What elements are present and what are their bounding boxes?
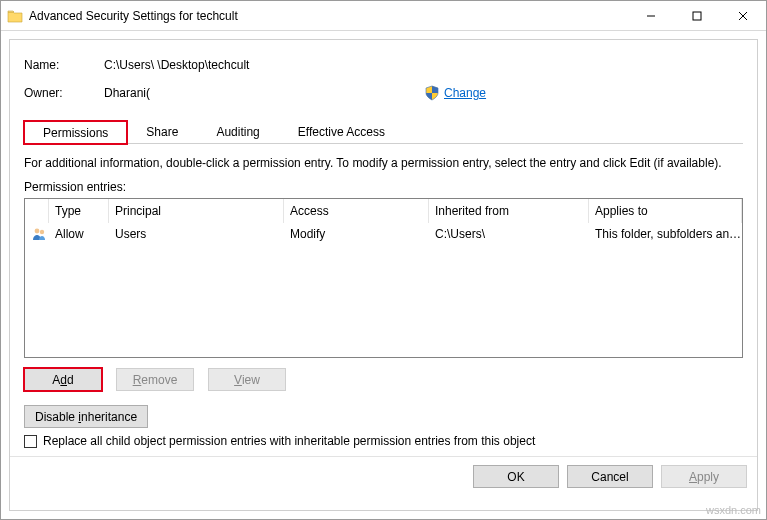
col-principal[interactable]: Principal — [109, 199, 284, 223]
owner-label: Owner: — [24, 86, 104, 100]
table-header: Type Principal Access Inherited from App… — [25, 199, 742, 223]
tab-share-label: Share — [146, 125, 178, 139]
replace-checkbox-label: Replace all child object permission entr… — [43, 434, 535, 448]
cell-applies: This folder, subfolders and files — [589, 227, 742, 241]
replace-checkbox-row[interactable]: Replace all child object permission entr… — [24, 434, 743, 448]
cell-principal: Users — [109, 227, 284, 241]
entries-label: Permission entries: — [24, 180, 743, 194]
col-access[interactable]: Access — [284, 199, 429, 223]
cell-inherited: C:\Users\ — [429, 227, 589, 241]
svg-point-5 — [40, 230, 44, 234]
disable-inheritance-button[interactable]: Disable inheritance — [24, 405, 148, 428]
col-inherited[interactable]: Inherited from — [429, 199, 589, 223]
remove-button[interactable]: Remove — [116, 368, 194, 391]
cancel-button-label: Cancel — [591, 470, 628, 484]
view-button[interactable]: View — [208, 368, 286, 391]
inheritance-row: Disable inheritance — [24, 405, 743, 428]
add-button[interactable]: Add — [24, 368, 102, 391]
cell-access: Modify — [284, 227, 429, 241]
tab-effective-label: Effective Access — [298, 125, 385, 139]
folder-icon — [7, 8, 23, 24]
disable-inheritance-label: Disable inheritance — [35, 410, 137, 424]
apply-button-label: Apply — [689, 470, 719, 484]
tab-auditing-label: Auditing — [216, 125, 259, 139]
owner-row: Owner: Dharani( Change — [24, 82, 743, 104]
tab-permissions[interactable]: Permissions — [24, 121, 127, 144]
panel: Name: C:\Users\ \Desktop\techcult Owner:… — [9, 39, 758, 511]
watermark: wsxdn.com — [706, 504, 761, 516]
change-owner-link[interactable]: Change — [444, 86, 486, 100]
svg-rect-1 — [693, 12, 701, 20]
col-type[interactable]: Type — [49, 199, 109, 223]
col-applies[interactable]: Applies to — [589, 199, 742, 223]
name-row: Name: C:\Users\ \Desktop\techcult — [24, 54, 743, 76]
name-label: Name: — [24, 58, 104, 72]
tab-effective-access[interactable]: Effective Access — [279, 120, 404, 143]
titlebar: Advanced Security Settings for techcult — [1, 1, 766, 31]
content: Name: C:\Users\ \Desktop\techcult Owner:… — [1, 31, 766, 519]
tab-auditing[interactable]: Auditing — [197, 120, 278, 143]
ok-button-label: OK — [507, 470, 524, 484]
info-text: For additional information, double-click… — [24, 156, 743, 170]
minimize-button[interactable] — [628, 1, 674, 30]
add-button-label: Add — [52, 373, 73, 387]
owner-value: Dharani( — [104, 86, 424, 100]
tab-share[interactable]: Share — [127, 120, 197, 143]
name-value: C:\Users\ \Desktop\techcult — [104, 58, 249, 72]
maximize-button[interactable] — [674, 1, 720, 30]
row-buttons: Add Remove View — [24, 368, 743, 391]
window: Advanced Security Settings for techcult … — [0, 0, 767, 520]
permission-table[interactable]: Type Principal Access Inherited from App… — [24, 198, 743, 358]
tab-permissions-label: Permissions — [43, 126, 108, 140]
remove-button-label: Remove — [133, 373, 178, 387]
replace-checkbox[interactable] — [24, 435, 37, 448]
dialog-footer: OK Cancel Apply — [10, 456, 757, 496]
table-row[interactable]: Allow Users Modify C:\Users\ This folder… — [25, 223, 742, 245]
ok-button[interactable]: OK — [473, 465, 559, 488]
cancel-button[interactable]: Cancel — [567, 465, 653, 488]
close-button[interactable] — [720, 1, 766, 30]
users-icon — [25, 226, 49, 242]
svg-point-4 — [35, 229, 40, 234]
shield-icon — [424, 85, 440, 101]
tabs: Permissions Share Auditing Effective Acc… — [24, 120, 743, 144]
window-title: Advanced Security Settings for techcult — [29, 9, 628, 23]
cell-type: Allow — [49, 227, 109, 241]
view-button-label: View — [234, 373, 260, 387]
apply-button[interactable]: Apply — [661, 465, 747, 488]
